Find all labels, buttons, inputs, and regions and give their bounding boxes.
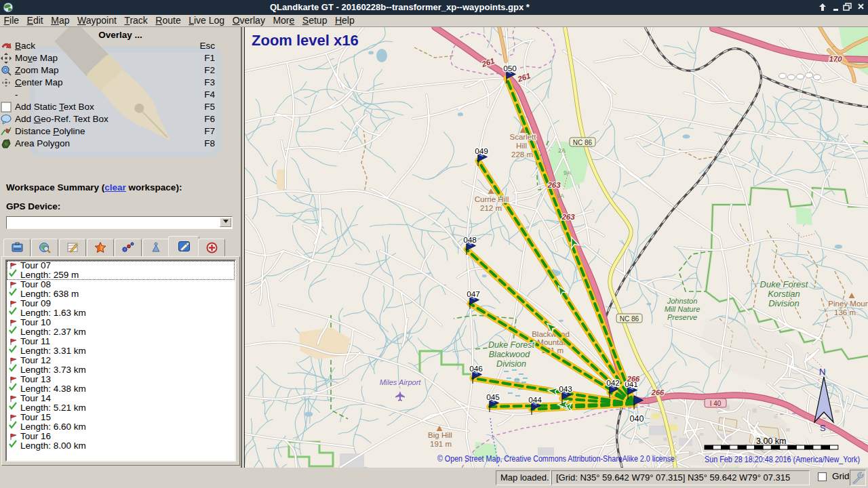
- svg-text:Hill: Hill: [516, 142, 527, 150]
- svg-text:044: 044: [528, 395, 542, 405]
- svg-text:Division: Division: [496, 359, 526, 369]
- svg-text:Miles Airport: Miles Airport: [380, 378, 422, 386]
- svg-text:2A: 2A: [558, 147, 566, 154]
- svg-text:9A: 9A: [564, 169, 571, 176]
- svg-text:040: 040: [630, 414, 644, 424]
- svg-text:043: 043: [559, 384, 572, 394]
- svg-text:045: 045: [486, 392, 500, 402]
- svg-text:042: 042: [606, 378, 620, 388]
- svg-text:048: 048: [463, 235, 477, 245]
- svg-text:Mill Nature: Mill Nature: [665, 305, 701, 313]
- svg-text:Duke Forest: Duke Forest: [760, 279, 809, 289]
- svg-text:Scarlett: Scarlett: [510, 133, 537, 141]
- svg-text:049: 049: [475, 146, 488, 156]
- svg-text:Zoom level x16: Zoom level x16: [252, 32, 359, 49]
- svg-text:Duke Forest: Duke Forest: [488, 340, 535, 350]
- svg-text:© Open Street Map, Creative Co: © Open Street Map, Creative Commons Attr…: [437, 454, 675, 464]
- svg-text:9A: 9A: [557, 192, 564, 199]
- svg-text:Johnston: Johnston: [667, 297, 698, 305]
- svg-text:Korstian: Korstian: [768, 289, 800, 299]
- svg-text:266: 266: [627, 375, 640, 383]
- svg-text:I 40: I 40: [710, 400, 722, 407]
- svg-text:050: 050: [503, 64, 517, 73]
- svg-text:136 m: 136 m: [834, 308, 856, 317]
- svg-text:Sun Feb 28 18:20:48 2016 (Amer: Sun Feb 28 18:20:48 2016 (America/New_Yo…: [705, 455, 860, 464]
- svg-text:Big Hill: Big Hill: [428, 431, 452, 439]
- svg-text:3.00 km: 3.00 km: [756, 436, 786, 446]
- svg-text:212 m: 212 m: [480, 204, 502, 212]
- svg-text:228 m: 228 m: [511, 150, 533, 159]
- svg-text:Preserve: Preserve: [667, 313, 697, 321]
- svg-text:263: 263: [547, 181, 561, 189]
- svg-text:046: 046: [469, 364, 483, 373]
- svg-text:NC 86: NC 86: [573, 139, 593, 146]
- svg-text:Division: Division: [768, 298, 800, 308]
- svg-text:Blackwood: Blackwood: [489, 350, 530, 359]
- svg-text:N: N: [819, 367, 825, 377]
- svg-text:047: 047: [467, 289, 480, 299]
- svg-text:S: S: [820, 423, 826, 433]
- svg-text:Piney Mountain: Piney Mountain: [828, 300, 868, 308]
- svg-text:170: 170: [829, 55, 842, 63]
- svg-text:263: 263: [561, 213, 575, 221]
- svg-text:NC 86: NC 86: [620, 315, 639, 323]
- svg-text:Currie Hill: Currie Hill: [475, 195, 509, 203]
- svg-text:191 m: 191 m: [430, 440, 452, 448]
- svg-text:266: 266: [651, 388, 665, 396]
